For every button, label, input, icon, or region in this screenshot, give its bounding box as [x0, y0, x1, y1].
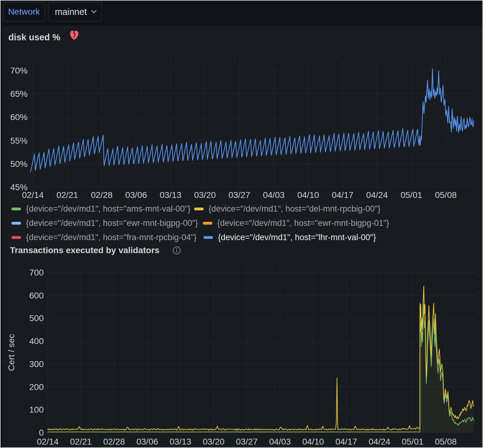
svg-text:02/28: 02/28: [91, 190, 113, 200]
svg-text:200: 200: [29, 382, 44, 392]
svg-text:600: 600: [29, 291, 44, 300]
svg-text:60%: 60%: [10, 112, 28, 122]
svg-text:04/24: 04/24: [369, 437, 390, 446]
svg-text:02/21: 02/21: [56, 190, 78, 200]
svg-text:05/08: 05/08: [435, 437, 457, 446]
svg-text:400: 400: [29, 336, 44, 346]
svg-text:05/01: 05/01: [401, 190, 422, 200]
svg-text:0: 0: [39, 428, 44, 437]
svg-text:03/06: 03/06: [125, 190, 147, 200]
svg-text:03/20: 03/20: [194, 190, 216, 200]
svg-text:04/10: 04/10: [297, 190, 319, 200]
svg-text:03/13: 03/13: [170, 437, 191, 446]
svg-text:100: 100: [29, 405, 44, 414]
svg-text:700: 700: [29, 268, 44, 277]
svg-text:03/20: 03/20: [203, 437, 224, 446]
svg-text:02/14: 02/14: [37, 437, 59, 446]
svg-text:500: 500: [29, 313, 44, 323]
svg-text:03/13: 03/13: [160, 190, 181, 200]
svg-text:03/06: 03/06: [136, 437, 158, 446]
svg-text:65%: 65%: [10, 89, 28, 99]
svg-text:05/08: 05/08: [435, 190, 457, 200]
svg-text:02/14: 02/14: [22, 190, 44, 200]
svg-text:04/17: 04/17: [332, 190, 353, 200]
svg-text:Cert / sec: Cert / sec: [7, 334, 16, 371]
svg-text:55%: 55%: [10, 136, 28, 146]
svg-text:03/27: 03/27: [236, 437, 258, 446]
svg-text:02/28: 02/28: [103, 437, 125, 446]
svg-text:04/17: 04/17: [335, 437, 357, 446]
svg-text:70%: 70%: [10, 66, 28, 75]
svg-text:03/27: 03/27: [228, 190, 250, 200]
svg-text:04/03: 04/03: [263, 190, 285, 200]
svg-text:300: 300: [29, 359, 44, 369]
svg-text:50%: 50%: [10, 159, 28, 169]
svg-text:04/10: 04/10: [302, 437, 324, 446]
svg-text:04/24: 04/24: [366, 190, 388, 200]
svg-text:04/03: 04/03: [269, 437, 291, 446]
svg-text:05/01: 05/01: [402, 437, 423, 446]
svg-text:02/21: 02/21: [70, 437, 92, 446]
